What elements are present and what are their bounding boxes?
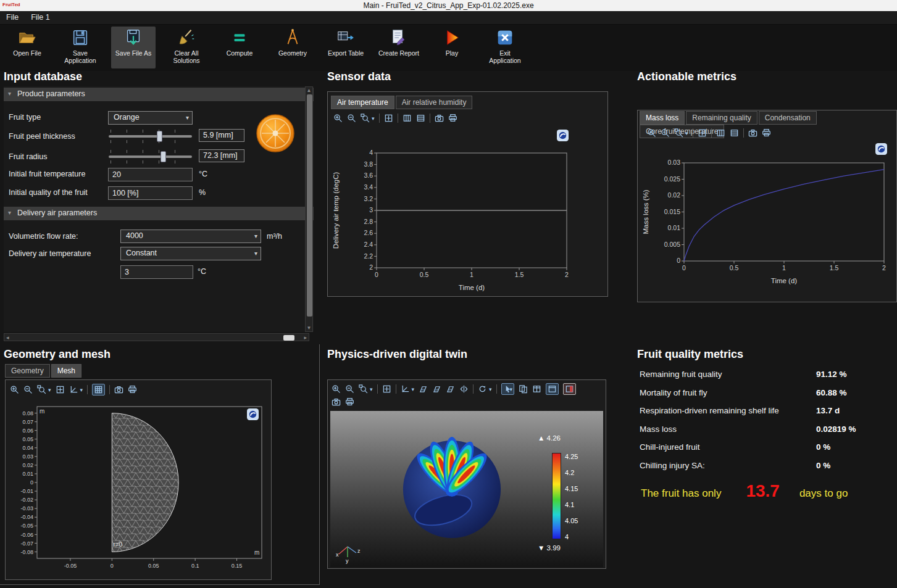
air-temp-dropdown[interactable]: Constant: [120, 247, 261, 260]
scene-light-button[interactable]: [546, 383, 559, 395]
chevron-down-icon[interactable]: ▾: [685, 130, 688, 136]
evaluate-table-icon[interactable]: [532, 384, 541, 394]
print-icon[interactable]: [345, 397, 354, 407]
copy-icon[interactable]: [519, 384, 528, 394]
flow-rate-dropdown[interactable]: 4000: [120, 230, 261, 243]
zoom-extents-icon[interactable]: [698, 128, 707, 138]
chevron-down-icon[interactable]: ▾: [412, 386, 415, 392]
toolbar-export-table-button[interactable]: Export Table: [323, 27, 368, 68]
zoom-box-icon[interactable]: [674, 128, 683, 138]
transparency-button[interactable]: [563, 383, 576, 395]
geometry-tab-mesh[interactable]: Mesh: [51, 364, 81, 378]
xy-view-icon[interactable]: xy: [419, 384, 428, 394]
slider-track[interactable]: [109, 135, 192, 138]
zoom-box-icon[interactable]: [359, 384, 368, 394]
flip-view-icon[interactable]: [459, 384, 469, 394]
snapshot-icon[interactable]: [435, 114, 444, 123]
print-icon[interactable]: [448, 114, 457, 123]
svg-text:zx: zx: [449, 387, 453, 391]
svg-text:2.6: 2.6: [364, 229, 373, 236]
rotate-view-icon[interactable]: [478, 384, 487, 394]
peel-thickness-slider[interactable]: [108, 128, 193, 144]
scrollbar-thumb[interactable]: [283, 335, 294, 341]
svg-text:1.5: 1.5: [515, 271, 524, 278]
chevron-down-icon[interactable]: ▾: [489, 386, 492, 392]
y-grid-icon[interactable]: [716, 128, 725, 138]
x-grid-icon[interactable]: [416, 114, 425, 123]
zoom-in-icon[interactable]: [647, 128, 656, 138]
print-icon[interactable]: [128, 385, 137, 394]
snapshot-icon[interactable]: [748, 128, 757, 138]
scroll-down-arrow[interactable]: ▼: [306, 325, 312, 331]
section-actionable-metrics: Actionable metrics: [637, 70, 736, 83]
flow-rate-label: Volumetric flow rate:: [9, 232, 78, 241]
chevron-down-icon[interactable]: ▾: [48, 387, 51, 393]
zoom-extents-icon[interactable]: [56, 385, 65, 394]
product-parameters-header[interactable]: Product parameters: [4, 88, 314, 101]
go-to-view-icon[interactable]: [401, 384, 410, 394]
fruit-type-dropdown[interactable]: Orange: [108, 111, 193, 125]
slider-track[interactable]: [109, 155, 192, 158]
zoom-out-icon[interactable]: [345, 384, 354, 394]
zx-view-icon[interactable]: zx: [446, 384, 455, 394]
input-vertical-scrollbar[interactable]: ▲ ▼: [305, 86, 313, 332]
toolbar-play-button[interactable]: Play: [430, 27, 474, 68]
chevron-down-icon[interactable]: ▾: [80, 387, 83, 393]
zoom-extents-icon[interactable]: [384, 114, 393, 123]
toolbar-compute-button[interactable]: Compute: [217, 27, 262, 68]
delivery-air-header[interactable]: Delivery air parameters: [4, 207, 314, 220]
air-temp-value-input[interactable]: [120, 265, 193, 279]
zoom-out-icon[interactable]: [23, 385, 33, 394]
metrics-tab-condensation[interactable]: Condensation: [759, 111, 817, 125]
scroll-right-arrow[interactable]: ▸: [304, 334, 307, 341]
initial-quality-input[interactable]: [108, 186, 193, 200]
scrollbar-thumb[interactable]: [307, 94, 312, 317]
chevron-down-icon[interactable]: ▾: [372, 115, 375, 122]
yz-view-icon[interactable]: yz: [432, 384, 441, 394]
zoom-extents-icon[interactable]: [382, 384, 391, 394]
twin-3d-canvas[interactable]: ▲ 4.26 4.254.24.154.14.054 ▼ 3.99 x y z: [330, 411, 603, 567]
zoom-out-icon[interactable]: [661, 128, 670, 138]
metric-row-chill-injured-fruit: Chill-injured fruit0 %: [640, 438, 895, 457]
toolbar-save-file-as-button[interactable]: Save File As: [111, 27, 156, 68]
scroll-left-arrow[interactable]: ◂: [6, 334, 9, 341]
slider-thumb[interactable]: [157, 131, 162, 142]
print-icon[interactable]: [762, 128, 771, 138]
create-report-icon: [378, 28, 420, 49]
toolbar-clear-all-solutions-button[interactable]: Clear All Solutions: [164, 27, 209, 68]
sensor-tab-air-relative-humidity[interactable]: Air relative humidity: [396, 96, 473, 109]
snapshot-icon[interactable]: [114, 385, 123, 394]
zoom-out-icon[interactable]: [347, 114, 356, 123]
show-grid-button[interactable]: [92, 384, 105, 395]
toolbar-button-label: Exit Application: [484, 49, 526, 65]
snapshot-icon[interactable]: [332, 397, 341, 407]
toolbar-exit-application-button[interactable]: Exit Application: [483, 27, 527, 68]
zoom-box-icon[interactable]: [37, 385, 46, 394]
geometry-tab-geometry[interactable]: Geometry: [5, 364, 50, 378]
toolbar-save-application-button[interactable]: Save Application: [58, 27, 102, 68]
zoom-box-icon[interactable]: [361, 114, 370, 123]
select-mode-button[interactable]: ▾: [501, 383, 515, 395]
zoom-in-icon[interactable]: [332, 384, 341, 394]
sensor-tab-air-temperature[interactable]: Air temperature: [331, 96, 394, 109]
metrics-tab-remaining-quality[interactable]: Remaining quality: [686, 111, 757, 125]
menu-item-file-1[interactable]: File 1: [25, 11, 56, 23]
metric-value: 13.7 d: [816, 406, 895, 415]
scroll-up-arrow[interactable]: ▲: [306, 88, 312, 93]
go-to-view-icon[interactable]: [69, 385, 78, 394]
slider-thumb[interactable]: [161, 151, 166, 162]
initial-temp-input[interactable]: [108, 168, 193, 181]
menu-item-file[interactable]: File: [0, 11, 25, 23]
zoom-in-icon[interactable]: [10, 385, 19, 394]
metric-row-mass-loss: Mass loss0.02819 %: [640, 420, 895, 439]
zoom-in-icon[interactable]: [333, 114, 343, 123]
toolbar-open-file-button[interactable]: Open File: [5, 27, 49, 68]
fruit-radius-slider[interactable]: [108, 149, 193, 165]
y-grid-icon[interactable]: [403, 114, 412, 123]
metrics-tab-mass-loss[interactable]: Mass loss: [640, 111, 685, 125]
toolbar-create-report-button[interactable]: Create Report: [377, 27, 421, 68]
x-grid-icon[interactable]: [730, 128, 739, 138]
toolbar-geometry-button[interactable]: Geometry: [270, 27, 315, 68]
input-horizontal-scrollbar[interactable]: ◂ ▸: [4, 333, 309, 341]
chevron-down-icon[interactable]: ▾: [370, 386, 373, 392]
